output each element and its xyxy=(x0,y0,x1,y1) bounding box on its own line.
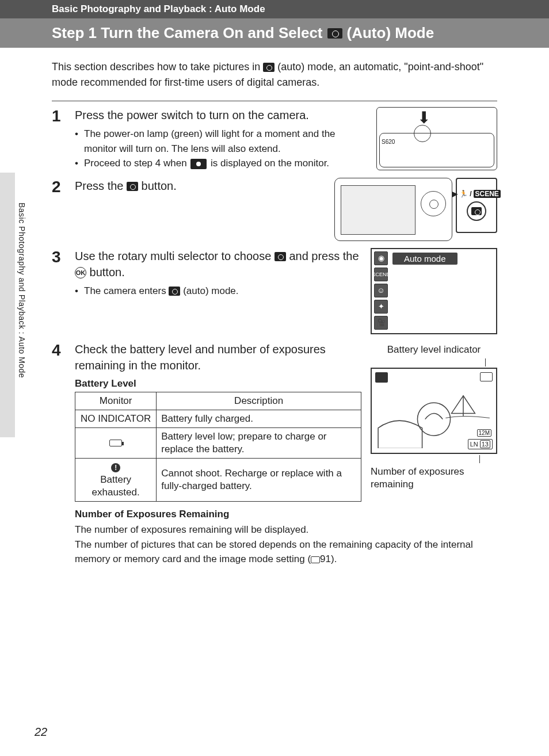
step-2: 2 Press the button. ▶ 🏃 / SCENE xyxy=(52,178,497,241)
battery-level-table: Monitor Description NO INDICATOR Battery… xyxy=(75,392,361,502)
cell-no-indicator: NO INDICATOR xyxy=(75,410,157,427)
step2-title: Press the button. xyxy=(75,178,325,194)
step-number: 4 xyxy=(52,341,67,502)
title-prefix: Step 1 Turn the Camera On and Select xyxy=(52,24,323,42)
camera-icon xyxy=(169,287,180,296)
exposures-heading: Number of Exposures Remaining xyxy=(75,509,497,520)
page-number: 22 xyxy=(35,726,47,739)
intro-part1: This section describes how to take pictu… xyxy=(52,61,263,72)
content-area: This section describes how to take pictu… xyxy=(0,48,549,567)
exposures-p1: The number of exposures remaining will b… xyxy=(75,522,497,537)
cell-low: Battery level low; prepare to charge or … xyxy=(157,427,361,458)
exp-p2a: The number of pictures that can be store… xyxy=(75,539,473,565)
svg-point-0 xyxy=(417,403,450,436)
auto-mode-label: Auto mode xyxy=(392,253,458,265)
exp-p2b: 91). xyxy=(320,553,337,564)
page-title: Step 1 Turn the Camera On and Select (Au… xyxy=(0,18,549,48)
intro-paragraph: This section describes how to take pictu… xyxy=(52,59,497,90)
mode-food-icon: ✦ xyxy=(374,300,388,314)
down-arrow-icon: ⬇ xyxy=(417,110,430,126)
ln-label: LN xyxy=(470,441,478,448)
step3-title: Use the rotary multi selector to choose … xyxy=(75,248,361,280)
ok-button-icon: OK xyxy=(75,267,86,278)
camera-top-illustration: ⬇ S620 xyxy=(376,107,497,170)
table-row: NO INDICATOR Battery fully charged. xyxy=(75,410,361,427)
camera-icon xyxy=(127,182,138,191)
exposures-remaining-display: LN 13 xyxy=(468,439,493,449)
camera-rect-icon xyxy=(190,159,207,169)
step-3: 3 Use the rotary multi selector to choos… xyxy=(52,248,497,334)
table-header-monitor: Monitor xyxy=(75,392,157,410)
step1-b2a: Proceed to step 4 when xyxy=(84,158,189,169)
battery-indicator-caption: Battery level indicator xyxy=(371,343,497,356)
camera-back-illustration xyxy=(334,178,452,241)
step-4: 4 Check the battery level and number of … xyxy=(52,341,497,502)
step-number: 1 xyxy=(52,107,67,171)
cell-exhausted: Cannot shoot. Recharge or replace with a… xyxy=(157,458,361,501)
mode-movie-icon: 🎥 xyxy=(374,316,388,330)
step-number: 2 xyxy=(52,178,67,241)
exposures-caption: Number of exposures remaining xyxy=(371,465,497,491)
header-breadcrumb: Basic Photography and Playback : Auto Mo… xyxy=(0,0,549,18)
landscape-drawing xyxy=(375,372,493,449)
play-icon: ▶ xyxy=(452,190,458,198)
runner-icon: 🏃 xyxy=(459,190,468,198)
warning-icon: ! xyxy=(111,463,120,472)
camera-model-label: S620 xyxy=(382,139,395,145)
divider xyxy=(52,101,497,101)
title-suffix: (Auto) Mode xyxy=(347,24,434,42)
monitor-illustration: 12M LN 13 xyxy=(371,368,497,454)
cell-exhausted-label: ! Battery exhausted. xyxy=(75,458,157,501)
scene-button-callout: ▶ 🏃 / SCENE xyxy=(456,178,497,233)
exposures-p2: The number of pictures that can be store… xyxy=(75,537,497,567)
camera-icon xyxy=(274,252,286,261)
cell-low-icon xyxy=(75,427,157,458)
camera-icon xyxy=(327,28,342,39)
table-row: ! Battery exhausted. Cannot shoot. Recha… xyxy=(75,458,361,501)
battery-low-icon xyxy=(109,440,122,446)
step3-t1: Use the rotary multi selector to choose xyxy=(75,250,274,262)
step3-b1b: (auto) mode. xyxy=(180,285,238,296)
image-size-label: 12M xyxy=(477,429,491,437)
mode-smile-icon: ☺ xyxy=(374,284,388,297)
side-tab xyxy=(0,173,15,437)
camera-icon xyxy=(263,63,274,72)
rotary-selector-icon xyxy=(421,191,446,216)
camera-icon xyxy=(471,207,482,215)
table-header-description: Description xyxy=(157,392,361,410)
step3-bullet: The camera enters (auto) mode. xyxy=(75,284,361,299)
cell-full: Battery fully charged. xyxy=(157,410,361,427)
manual-page-icon xyxy=(311,556,320,563)
side-section-label: Basic Photography and Playback : Auto Mo… xyxy=(17,203,26,378)
exposures-number: 13 xyxy=(480,440,490,448)
step3-b1a: The camera enters xyxy=(84,285,169,296)
power-button-icon xyxy=(414,125,431,142)
slash: / xyxy=(470,190,471,198)
step2-t2: button. xyxy=(138,180,177,192)
step4-title: Check the battery level and number of ex… xyxy=(75,341,361,373)
step1-bullet-2: Proceed to step 4 when is displayed on t… xyxy=(75,156,367,171)
step3-t2: and press the xyxy=(286,250,359,262)
battery-exhausted-text: Battery exhausted. xyxy=(80,474,151,499)
step-1: 1 Press the power switch to turn on the … xyxy=(52,107,497,171)
mode-auto-icon: ◉ xyxy=(374,251,388,265)
step1-title: Press the power switch to turn on the ca… xyxy=(75,107,367,123)
step2-t1: Press the xyxy=(75,180,127,192)
battery-level-heading: Battery Level xyxy=(75,378,361,390)
step3-t3: button. xyxy=(86,266,125,278)
step-number: 3 xyxy=(52,248,67,334)
mode-menu-illustration: ◉ SCENE ☺ ✦ 🎥 Auto mode xyxy=(371,248,497,334)
step1-bullet-1: The power-on lamp (green) will light for… xyxy=(75,127,367,156)
scene-text: SCENE xyxy=(474,190,501,198)
table-row: Battery level low; prepare to charge or … xyxy=(75,427,361,458)
step1-b2b: is displayed on the monitor. xyxy=(208,158,329,169)
mode-scene-icon: SCENE xyxy=(374,268,388,281)
